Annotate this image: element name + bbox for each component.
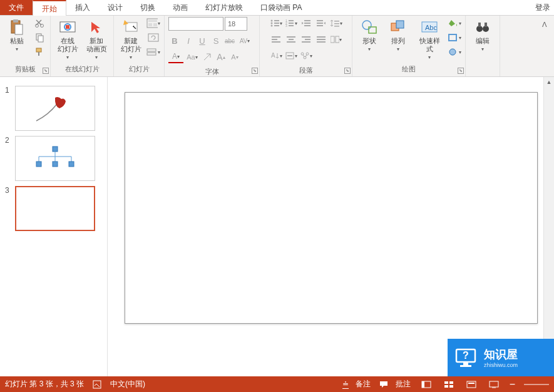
- text-direction-button[interactable]: A▾: [269, 49, 283, 62]
- shadow-button[interactable]: S: [210, 34, 222, 47]
- collapse-ribbon-button[interactable]: ᐱ: [538, 18, 551, 31]
- dialog-launcher-drawing[interactable]: ⬊: [458, 68, 464, 74]
- svg-text:3: 3: [285, 24, 287, 28]
- layout-button[interactable]: ▾: [146, 17, 160, 29]
- increase-indent-button[interactable]: [314, 17, 328, 29]
- comments-button[interactable]: 批注: [379, 379, 410, 389]
- current-slide[interactable]: [125, 92, 538, 324]
- zoom-out-button[interactable]: −: [510, 379, 515, 390]
- slide-thumb-3[interactable]: [15, 186, 95, 231]
- group-clipboard: 粘贴 ▾ 剪贴板 ⬊: [0, 16, 51, 76]
- svg-rect-35: [317, 20, 323, 21]
- login-link[interactable]: 登录: [531, 0, 554, 15]
- vertical-scrollbar[interactable]: ▲: [543, 77, 554, 376]
- online-slide-button[interactable]: 在线 幻灯片 ▾: [54, 17, 81, 61]
- orgchart-icon: [30, 143, 80, 174]
- change-case-button[interactable]: Aa▾: [185, 51, 200, 63]
- svg-rect-16: [153, 23, 157, 26]
- align-center-button[interactable]: [284, 33, 298, 46]
- quick-styles-icon: Abc: [421, 18, 438, 36]
- tab-design[interactable]: 设计: [99, 0, 131, 15]
- svg-text:?: ?: [463, 350, 469, 361]
- font-name-input[interactable]: [168, 17, 223, 31]
- slide-counter[interactable]: 幻灯片 第 3 张，共 3 张: [5, 379, 84, 389]
- svg-rect-31: [289, 25, 294, 26]
- quick-styles-button[interactable]: Abc 快速样式 ▾: [414, 17, 445, 61]
- binoculars-icon: [474, 18, 491, 36]
- font-size-input[interactable]: [225, 17, 247, 31]
- svg-rect-40: [334, 26, 339, 27]
- shape-effects-button[interactable]: ▾: [448, 46, 461, 58]
- arrange-button[interactable]: 排列 ▾: [385, 17, 411, 53]
- underline-button[interactable]: U: [196, 34, 208, 47]
- align-left-button[interactable]: [269, 33, 283, 46]
- justify-button[interactable]: [314, 33, 328, 46]
- watermark-badge: ? 知识屋 zhishiwu.com: [448, 339, 554, 376]
- shrink-font-button[interactable]: A▾: [228, 51, 241, 63]
- scroll-up-icon[interactable]: ▲: [544, 77, 554, 88]
- sorter-view-button[interactable]: [442, 379, 456, 390]
- bold-button[interactable]: B: [168, 34, 181, 47]
- group-label-drawing: 绘图: [402, 63, 416, 76]
- format-painter-button[interactable]: [33, 46, 46, 58]
- chevron-down-icon: ▾: [397, 46, 399, 52]
- online-slide-icon: [59, 18, 76, 36]
- numbering-button[interactable]: 123▾: [284, 17, 298, 29]
- dialog-launcher-clipboard[interactable]: ⬊: [43, 68, 49, 74]
- slideshow-view-button[interactable]: [487, 379, 501, 390]
- paste-label: 粘贴: [10, 37, 24, 45]
- line-spacing-button[interactable]: ▾: [329, 17, 343, 29]
- svg-rect-72: [478, 23, 481, 27]
- shapes-button[interactable]: 形状 ▾: [356, 17, 382, 53]
- italic-button[interactable]: I: [182, 34, 195, 47]
- reset-button[interactable]: [146, 31, 160, 44]
- dialog-launcher-paragraph[interactable]: ⬊: [344, 68, 351, 74]
- group-font: B I U S abc AV▾ A▾ Aa▾ A▴ A▾ 字体 ⬊: [165, 16, 260, 76]
- section-button[interactable]: ▾: [146, 46, 160, 58]
- svg-text:Abc: Abc: [425, 24, 437, 31]
- align-text-button[interactable]: ▾: [284, 49, 298, 62]
- cut-button[interactable]: [33, 17, 46, 29]
- shape-fill-button[interactable]: ▾: [448, 17, 461, 29]
- tab-insert[interactable]: 插入: [66, 0, 99, 15]
- paste-button[interactable]: 粘贴 ▾: [4, 17, 30, 53]
- reading-view-button[interactable]: [464, 379, 478, 390]
- svg-rect-33: [304, 23, 310, 24]
- font-color-button[interactable]: A▾: [168, 51, 183, 63]
- new-slide-label: 新建 幻灯片: [121, 37, 141, 53]
- slide-thumb-1[interactable]: [15, 86, 95, 131]
- thumb-number: 3: [5, 186, 11, 231]
- dialog-launcher-font[interactable]: ⬊: [252, 68, 258, 74]
- bullets-button[interactable]: ▾: [269, 17, 283, 29]
- strikethrough-button[interactable]: abc: [223, 34, 236, 47]
- new-anim-button[interactable]: 新加 动画页 ▾: [83, 17, 110, 61]
- group-label-paragraph: 段落: [299, 64, 313, 78]
- normal-view-button[interactable]: [419, 379, 433, 390]
- char-spacing-button[interactable]: AV▾: [237, 34, 252, 47]
- watermark-title: 知识屋: [484, 347, 518, 362]
- tab-home[interactable]: 开始: [33, 0, 66, 16]
- shape-outline-button[interactable]: ▾: [448, 31, 461, 44]
- tab-pocket[interactable]: 口袋动画 PA: [252, 0, 310, 15]
- copy-button[interactable]: [33, 31, 46, 44]
- clear-format-button[interactable]: [201, 51, 213, 63]
- tab-transition[interactable]: 切换: [131, 0, 164, 15]
- spellcheck-button[interactable]: [93, 380, 101, 389]
- align-right-button[interactable]: [299, 33, 313, 46]
- grow-font-button[interactable]: A▴: [215, 51, 227, 63]
- tab-file[interactable]: 文件: [0, 0, 33, 15]
- slide-thumb-2[interactable]: [15, 136, 95, 181]
- tab-animation[interactable]: 动画: [164, 0, 197, 15]
- smartart-button[interactable]: ▾: [299, 49, 313, 62]
- chevron-down-icon: ▾: [16, 46, 18, 52]
- group-online-slides: 在线 幻灯片 ▾ 新加 动画页 ▾ 在线幻灯片: [51, 16, 114, 76]
- chevron-down-icon: ▾: [66, 54, 69, 60]
- new-slide-button[interactable]: 新建 幻灯片 ▾: [118, 17, 144, 61]
- columns-button[interactable]: ▾: [329, 33, 343, 46]
- find-button[interactable]: 编辑 ▾: [469, 17, 496, 53]
- tab-slideshow[interactable]: 幻灯片放映: [197, 0, 252, 15]
- language-indicator[interactable]: 中文(中国): [110, 379, 145, 389]
- decrease-indent-button[interactable]: [299, 17, 313, 29]
- zoom-slider[interactable]: [524, 384, 549, 385]
- notes-button[interactable]: ≐ 备注: [342, 379, 371, 389]
